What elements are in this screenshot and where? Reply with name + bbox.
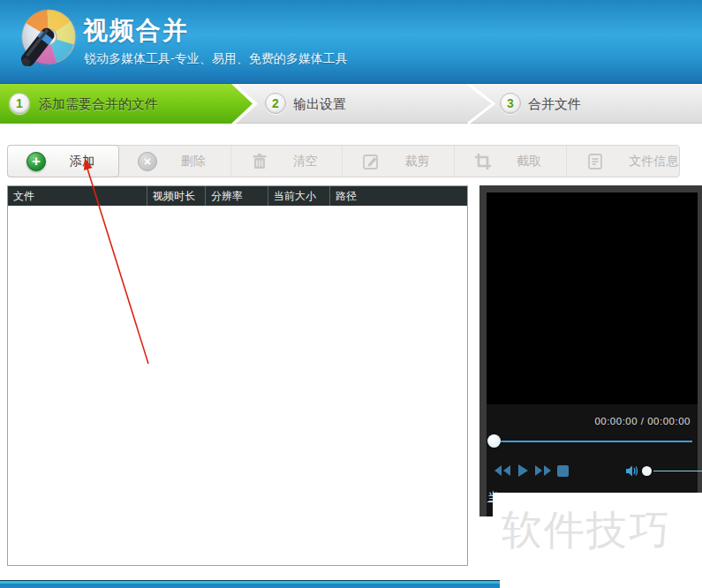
trim-button-label: 裁剪 bbox=[404, 154, 429, 170]
step1-number-badge: 1 bbox=[9, 93, 30, 114]
seek-thumb[interactable] bbox=[487, 434, 501, 448]
column-header-file[interactable]: 文件 bbox=[8, 186, 147, 206]
step3-label[interactable]: 合并文件 bbox=[528, 84, 581, 124]
add-button[interactable]: + 添加 bbox=[7, 145, 119, 177]
play-button[interactable] bbox=[517, 464, 529, 478]
add-plus-icon: + bbox=[26, 151, 47, 172]
file-info-icon bbox=[585, 151, 606, 172]
file-list-table[interactable]: 文件 视频时长 分辨率 当前大小 路径 bbox=[7, 185, 468, 566]
file-list-header-row: 文件 视频时长 分辨率 当前大小 路径 bbox=[8, 186, 467, 206]
bottom-status-bar-edge bbox=[0, 580, 500, 588]
edit-pencil-icon bbox=[360, 151, 381, 172]
file-info-button[interactable]: 文件信息 bbox=[567, 146, 679, 177]
seek-bar[interactable] bbox=[487, 434, 698, 449]
add-button-label: 添加 bbox=[70, 154, 94, 170]
volume-thumb[interactable] bbox=[642, 466, 652, 476]
app-title: 视频合并 bbox=[83, 14, 189, 48]
video-merge-window: 视频合并 锐动多媒体工具-专业、易用、免费的多媒体工具 1 添加需要合并的文件 … bbox=[0, 0, 702, 588]
chevron-separator-icon bbox=[465, 84, 497, 124]
step2-number-badge: 2 bbox=[265, 93, 286, 114]
step2-label[interactable]: 输出设置 bbox=[293, 84, 346, 124]
column-header-duration[interactable]: 视频时长 bbox=[147, 186, 206, 206]
video-preview-panel: 00:00:00 / 00:00:00 bbox=[479, 185, 702, 516]
app-header: 视频合并 锐动多媒体工具-专业、易用、免费的多媒体工具 bbox=[0, 0, 702, 84]
column-header-path[interactable]: 路径 bbox=[330, 186, 467, 206]
column-header-size[interactable]: 当前大小 bbox=[268, 186, 330, 206]
watermark-overlay: 软件技巧 bbox=[493, 493, 702, 576]
wizard-step-bar: 1 添加需要合并的文件 2 输出设置 3 合并文件 bbox=[0, 84, 702, 124]
trash-icon bbox=[249, 151, 270, 172]
file-toolbar: + 添加 × 删除 清空 bbox=[7, 145, 680, 177]
delete-button[interactable]: × 删除 bbox=[119, 146, 231, 177]
time-display: 00:00:00 / 00:00:00 bbox=[487, 416, 698, 426]
stop-button[interactable] bbox=[557, 465, 569, 477]
crop-icon bbox=[472, 151, 494, 172]
step3-number-badge: 3 bbox=[500, 93, 521, 114]
video-screen bbox=[487, 192, 698, 404]
rewind-button[interactable] bbox=[494, 464, 511, 478]
step1-label: 添加需要合并的文件 bbox=[39, 84, 158, 124]
delete-x-icon: × bbox=[137, 151, 158, 172]
app-subtitle: 锐动多媒体工具-专业、易用、免费的多媒体工具 bbox=[84, 51, 348, 67]
file-info-button-label: 文件信息 bbox=[629, 154, 678, 170]
watermark-text: 软件技巧 bbox=[502, 503, 671, 558]
delete-button-label: 删除 bbox=[181, 154, 206, 170]
clear-button-label: 清空 bbox=[293, 154, 318, 170]
capture-button[interactable]: 截取 bbox=[455, 146, 567, 177]
seek-track[interactable] bbox=[494, 441, 692, 442]
volume-track[interactable] bbox=[653, 471, 702, 471]
trim-button[interactable]: 裁剪 bbox=[343, 146, 455, 177]
clear-button[interactable]: 清空 bbox=[231, 146, 343, 177]
column-header-resolution[interactable]: 分辨率 bbox=[206, 186, 268, 206]
volume-control bbox=[625, 464, 702, 478]
fast-forward-button[interactable] bbox=[534, 464, 552, 478]
app-logo-disc-microphone-icon bbox=[7, 4, 81, 79]
speaker-icon[interactable] bbox=[625, 464, 640, 478]
capture-button-label: 截取 bbox=[517, 154, 541, 170]
playback-controls bbox=[487, 462, 698, 479]
